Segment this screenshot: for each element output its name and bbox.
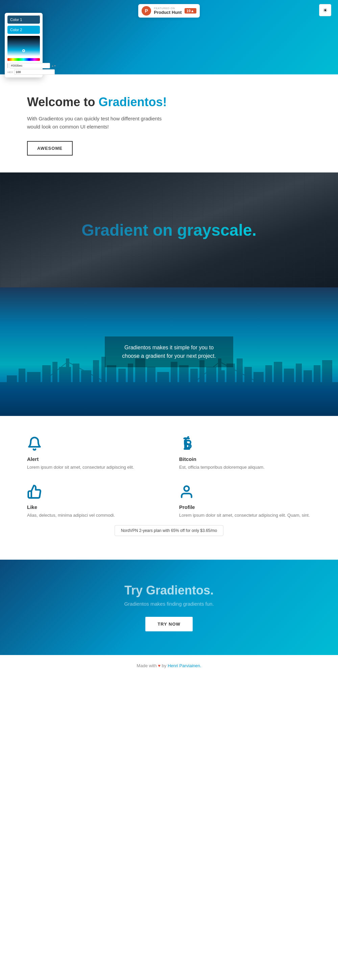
bitcoin-label: Bitcoin <box>179 456 197 462</box>
svg-rect-4 <box>42 365 51 416</box>
svg-rect-28 <box>274 362 282 416</box>
svg-rect-13 <box>128 364 133 416</box>
opacity-row: HEX <box>8 69 40 75</box>
footer-prefix: Made with <box>136 663 158 668</box>
product-hunt-logo: P <box>141 6 151 16</box>
svg-rect-32 <box>314 365 321 416</box>
hex-arrows[interactable]: ▲▼ <box>51 65 56 67</box>
welcome-title: Welcome to Gradientos! <box>27 95 311 109</box>
profile-icon <box>179 484 194 501</box>
svg-point-42 <box>184 486 189 491</box>
svg-rect-16 <box>157 372 169 416</box>
alert-description: Lorem ipsum dolor sit amet, consectetur … <box>27 464 134 471</box>
svg-rect-27 <box>265 365 272 416</box>
svg-rect-18 <box>179 365 189 416</box>
grayscale-heading: Gradient on grayscale. <box>81 221 257 239</box>
svg-rect-2 <box>19 369 25 416</box>
bell-svg <box>27 436 42 451</box>
like-description: Alias, delectus, minima adipisci vel com… <box>27 512 115 519</box>
gradient-picker-canvas[interactable] <box>8 36 40 56</box>
svg-rect-24 <box>236 358 243 416</box>
cta-title: Try Gradientos. <box>14 583 324 598</box>
icons-section: Alert Lorem ipsum dolor sit amet, consec… <box>0 416 338 560</box>
svg-rect-3 <box>27 372 41 416</box>
color-spectrum-slider[interactable] <box>8 58 40 61</box>
svg-rect-29 <box>284 369 294 416</box>
svg-rect-21 <box>206 367 216 416</box>
color1-button[interactable]: Color 1 <box>8 16 40 24</box>
opacity-label: HEX <box>8 71 13 74</box>
footer: Made with ♥ by Henri Parviainen. <box>0 655 338 676</box>
hex-input-row: ▲▼ <box>8 63 40 68</box>
sun-icon: ☀ <box>323 7 327 14</box>
cta-section: Try Gradientos. Gradientos makes finding… <box>0 560 338 655</box>
like-label: Like <box>27 504 37 510</box>
icon-item-profile: Profile Lorem ipsum dolor sit amet, cons… <box>179 484 311 519</box>
welcome-title-prefix: Welcome to <box>27 95 98 109</box>
color2-button[interactable]: Color 2 <box>8 26 40 34</box>
svg-rect-9 <box>93 360 99 416</box>
opacity-input[interactable] <box>14 69 55 75</box>
heart-icon: ♥ <box>158 663 160 668</box>
svg-rect-23 <box>227 364 235 416</box>
profile-description: Lorem ipsum dolor sit amet, consectetur … <box>179 512 310 519</box>
hex-input[interactable] <box>10 63 50 68</box>
product-hunt-featured-label: Featured on <box>154 7 181 10</box>
footer-author-link[interactable]: Henri Parviainen. <box>168 663 202 668</box>
svg-rect-31 <box>303 370 312 416</box>
alert-icon <box>27 436 42 453</box>
svg-rect-25 <box>244 367 252 416</box>
hex-swatch <box>8 63 8 68</box>
city-overlay-box: Gradientos makes it simple for you to ch… <box>105 336 233 367</box>
svg-rect-36 <box>66 358 69 392</box>
city-section: Gradientos makes it simple for you to ch… <box>0 288 338 416</box>
svg-rect-17 <box>171 362 178 416</box>
svg-rect-1 <box>7 375 17 416</box>
header: P Featured on Product Hunt 19▲ ☀ × Color… <box>0 0 338 75</box>
product-hunt-name: Product Hunt <box>154 10 181 15</box>
svg-rect-20 <box>200 360 205 416</box>
close-icon[interactable]: × <box>38 14 41 18</box>
svg-rect-12 <box>118 369 126 416</box>
bitcoin-icon <box>179 436 194 453</box>
svg-rect-8 <box>81 370 91 416</box>
svg-rect-11 <box>107 365 116 416</box>
nordvpn-badge[interactable]: NordVPN 2-years plan with 65% off for on… <box>114 525 224 536</box>
icons-grid: Alert Lorem ipsum dolor sit amet, consec… <box>27 436 311 519</box>
profile-label: Profile <box>179 504 195 510</box>
product-hunt-count: 19▲ <box>184 8 197 14</box>
awesome-button[interactable]: AWESOME <box>27 141 73 156</box>
city-text: Gradientos makes it simple for you to ch… <box>115 343 223 361</box>
welcome-section: Welcome to Gradientos! With Gradientos y… <box>0 75 338 172</box>
svg-rect-19 <box>190 369 198 416</box>
svg-rect-15 <box>147 367 156 416</box>
svg-rect-30 <box>296 364 302 416</box>
icon-item-alert: Alert Lorem ipsum dolor sit amet, consec… <box>27 436 159 471</box>
bitcoin-svg <box>179 436 194 451</box>
cta-button[interactable]: TRY NOW <box>145 617 193 632</box>
product-hunt-badge[interactable]: P Featured on Product Hunt 19▲ <box>138 4 200 18</box>
grayscale-section: Gradient on grayscale. <box>0 172 338 288</box>
alert-label: Alert <box>27 456 38 462</box>
nordvpn-text: NordVPN 2-years plan with 65% off for on… <box>121 528 217 533</box>
bitcoin-description: Est, officia temporibus doloremque aliqu… <box>179 464 265 471</box>
thumbsup-svg <box>27 484 42 499</box>
welcome-title-brand: Gradientos! <box>98 95 167 109</box>
product-hunt-text: Featured on Product Hunt <box>154 7 181 15</box>
cta-subtitle: Gradientos makes finding gradients fun. <box>14 601 324 607</box>
footer-suffix: by <box>162 663 168 668</box>
picker-cursor <box>22 49 25 52</box>
icon-item-bitcoin: Bitcoin Est, officia temporibus doloremq… <box>179 436 311 471</box>
svg-rect-7 <box>73 364 79 416</box>
svg-rect-5 <box>52 362 57 416</box>
svg-rect-33 <box>322 360 332 416</box>
like-icon <box>27 484 42 501</box>
svg-rect-26 <box>254 372 263 416</box>
color-picker-panel: × Color 1 Color 2 ▲▼ HEX <box>5 13 43 78</box>
welcome-description: With Gradientos you can quickly test how… <box>27 115 162 131</box>
profile-svg <box>179 484 194 499</box>
nordvpn-banner: NordVPN 2-years plan with 65% off for on… <box>27 525 311 536</box>
icon-item-like: Like Alias, delectus, minima adipisci ve… <box>27 484 159 519</box>
theme-toggle-button[interactable]: ☀ <box>319 4 331 16</box>
